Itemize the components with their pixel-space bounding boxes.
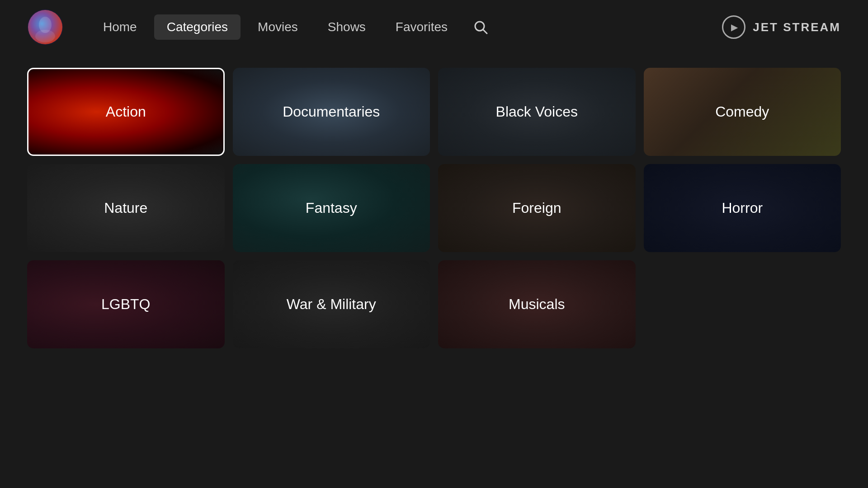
- category-card-foreign[interactable]: Foreign: [438, 164, 636, 252]
- category-label-nature: Nature: [104, 200, 147, 216]
- category-card-action[interactable]: Action: [27, 68, 225, 156]
- svg-point-3: [35, 30, 55, 42]
- category-card-nature[interactable]: Nature: [27, 164, 225, 252]
- category-card-fantasy[interactable]: Fantasy: [233, 164, 430, 252]
- category-card-documentaries[interactable]: Documentaries: [233, 68, 430, 156]
- category-label-documentaries: Documentaries: [283, 103, 380, 120]
- category-label-war-military: War & Military: [287, 296, 376, 313]
- category-label-lgbtq: LGBTQ: [101, 296, 150, 313]
- category-label-foreign: Foreign: [512, 200, 561, 216]
- category-label-horror: Horror: [722, 200, 763, 216]
- nav-item-favorites[interactable]: Favorites: [383, 14, 460, 40]
- category-label-musicals: Musicals: [509, 296, 565, 313]
- navbar: Home Categories Movies Shows Favorites J…: [0, 0, 868, 54]
- brand-logo: JET STREAM: [722, 15, 841, 39]
- category-card-comedy[interactable]: Comedy: [644, 68, 841, 156]
- nav-item-home[interactable]: Home: [90, 14, 150, 40]
- brand-name: JET STREAM: [753, 20, 841, 34]
- category-label-fantasy: Fantasy: [306, 200, 357, 216]
- categories-grid: Action Documentaries Black Voices Comedy…: [0, 59, 868, 366]
- category-card-horror[interactable]: Horror: [644, 164, 841, 252]
- search-button[interactable]: [469, 16, 492, 38]
- nav-item-movies[interactable]: Movies: [245, 14, 311, 40]
- nav-item-shows[interactable]: Shows: [315, 14, 378, 40]
- category-label-black-voices: Black Voices: [496, 103, 578, 120]
- category-card-black-voices[interactable]: Black Voices: [438, 68, 636, 156]
- brand-play-icon: [722, 15, 745, 39]
- app-logo[interactable]: [27, 9, 63, 45]
- svg-line-5: [483, 30, 487, 34]
- nav-item-categories[interactable]: Categories: [154, 14, 241, 40]
- category-card-musicals[interactable]: Musicals: [438, 260, 636, 348]
- nav-links: Home Categories Movies Shows Favorites: [90, 14, 722, 40]
- category-label-action: Action: [106, 103, 146, 120]
- category-card-war-military[interactable]: War & Military: [233, 260, 430, 348]
- category-label-comedy: Comedy: [715, 103, 769, 120]
- category-card-lgbtq[interactable]: LGBTQ: [27, 260, 225, 348]
